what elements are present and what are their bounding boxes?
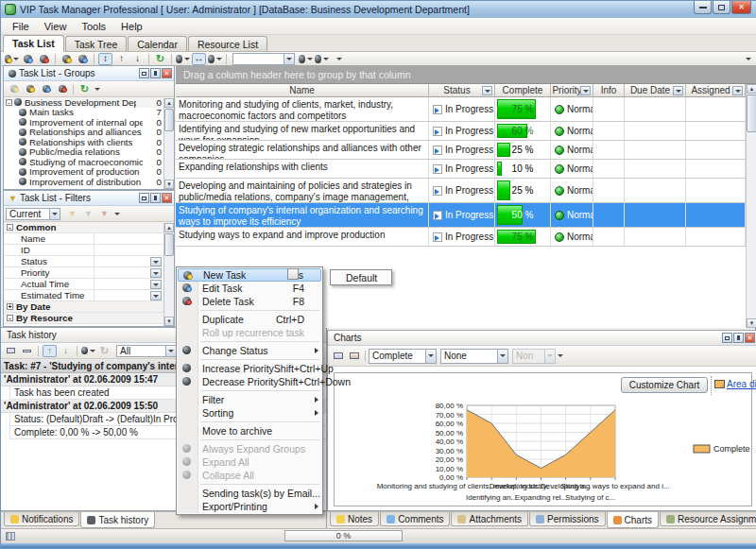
task-row[interactable]: Identifying and studying of new market o… [176,122,746,141]
new-task-button[interactable] [23,83,37,95]
task-row[interactable]: Studying of company's internal organizat… [176,203,746,228]
chevron-down-icon[interactable] [497,350,507,363]
restore-icon[interactable] [139,68,149,78]
filters-scrollbar[interactable]: ▲ ▼ [163,223,174,326]
filter-row-estimated-time[interactable]: Estimated Time [4,290,174,301]
column-filter-icon[interactable] [732,86,743,95]
expand-entries-button[interactable] [4,345,18,357]
column-header-complete[interactable]: Complete [495,84,551,97]
chart-group-combo[interactable]: None [440,349,508,364]
filter-row-by-date[interactable]: +By Date [4,301,174,313]
scroll-up-icon[interactable]: ▲ [747,84,756,94]
bottom-tab-comments[interactable]: Comments [380,512,450,526]
tree-item[interactable]: Public/media relations0 [4,147,174,158]
chevron-down-icon[interactable] [49,209,60,219]
toolbar-overflow-icon[interactable] [94,88,100,91]
fit-columns-button[interactable]: ↔ [192,53,206,65]
toolbar-combo[interactable] [232,53,295,65]
submenu-item-default[interactable]: Default [346,272,377,283]
menu-item-duplicate[interactable]: DuplicateCtrl+D [178,313,321,326]
history-refresh-button[interactable]: ↻ [97,345,112,357]
filter-row-actual-time[interactable]: Actual Time [4,279,174,290]
alarm-button[interactable] [315,53,329,65]
sort-descending-button[interactable]: ↓ [59,345,73,357]
menubar-item-file[interactable]: File [5,19,37,34]
filter-row-by-resource[interactable]: -By Resource [4,313,174,324]
menu-item-move-to-archive[interactable]: Move to archive [178,424,321,437]
bottom-tab-notes[interactable]: Notes [330,512,379,526]
pin-icon[interactable] [150,68,161,78]
groups-scrollbar[interactable]: ▲ ▼ [163,98,174,189]
filter-row-status[interactable]: Status [4,256,174,267]
collapse-entries-button[interactable] [20,345,34,357]
edit-task-button[interactable] [39,83,53,95]
toolbar-overflow-icon[interactable] [114,213,120,215]
task-row[interactable]: Developing strategic relationships and a… [176,141,746,160]
menu-item-export-printing[interactable]: Export/Printing [178,500,321,513]
new-subtask-button[interactable] [60,53,74,65]
task-row[interactable]: Studying ways to expand and improve prod… [176,228,746,247]
menu-item-increase-priority[interactable]: Increase PriorityShift+Ctrl+Up [178,362,321,375]
menubar-item-tools[interactable]: Tools [74,19,113,34]
edit-task-button[interactable] [21,53,35,65]
bottom-tab-resource-assignment[interactable]: Resource Assignment [660,512,756,526]
chevron-down-icon[interactable] [165,346,176,356]
clear-filter-button[interactable]: ▼ [97,208,112,220]
close-icon[interactable]: ✕ [162,68,172,78]
sort-priority-button[interactable]: ↕ [98,53,112,65]
menu-item-change-status[interactable]: Change Status [178,344,321,357]
customize-chart-button[interactable]: Customize Chart [621,377,708,393]
column-filter-icon[interactable] [673,86,683,95]
group-expander-icon[interactable]: - [7,315,13,321]
chevron-down-icon[interactable] [150,280,162,289]
maximize-button[interactable] [713,1,730,14]
menu-item-sorting[interactable]: Sorting [178,406,321,420]
chevron-down-icon[interactable] [425,350,436,363]
decrease-priority-button[interactable]: ↓ [130,53,145,65]
tree-item[interactable]: Improvement of production0 [4,167,174,178]
filter-row-name[interactable]: Name [4,233,174,245]
bottom-tab-attachments[interactable]: Attachments [451,512,528,526]
edit-subtask-button[interactable] [76,53,90,65]
new-task-template-button[interactable] [287,268,299,280]
filter-preset-combo[interactable]: Current [6,208,60,220]
group-expander-icon[interactable]: + [7,303,13,310]
menu-item-filter[interactable]: Filter [178,393,321,406]
menu-item-sending-task-s-by-email-[interactable]: Sending task(s) by Email... [178,487,321,500]
more-button[interactable] [331,53,345,65]
layout-button[interactable] [208,53,222,65]
area-diagram-link[interactable]: Area diagram [714,379,756,389]
column-filter-icon[interactable] [580,86,591,95]
chevron-down-icon[interactable] [150,268,162,278]
close-icon[interactable]: ✕ [162,193,172,203]
delete-task-button[interactable] [37,53,51,65]
tab-task-list[interactable]: Task List [3,35,64,52]
print-chart-button[interactable] [331,350,345,362]
refresh-button[interactable]: ↻ [153,53,167,65]
apply-filter-button[interactable]: ▼ [65,208,79,220]
history-filter-button[interactable] [81,345,95,357]
close-icon[interactable]: ✕ [745,333,755,343]
chart-series-combo[interactable]: Complete [369,349,437,364]
filter-row-common[interactable]: -Common [4,222,174,233]
export-chart-button[interactable] [347,350,361,362]
toolbar-overflow-icon[interactable] [558,354,563,357]
task-row[interactable]: Monitoring and studying of clients, mark… [176,97,746,122]
column-header-due-date[interactable]: Due Date [625,84,686,97]
toolbar-overflow-right-icon[interactable] [746,58,751,60]
sort-ascending-button[interactable]: ↑ [43,345,57,357]
tab-resource-list[interactable]: Resource List [188,36,267,51]
tree-item[interactable]: Studiyng of macroeconomic facto0 [4,157,174,167]
restore-icon[interactable] [139,193,149,203]
minimize-button[interactable] [694,1,712,14]
filter-row-id[interactable]: ID [4,245,174,256]
bottom-tab-charts[interactable]: Charts [607,512,659,528]
menubar-item-view[interactable]: View [37,19,75,34]
scroll-down-icon[interactable]: ▼ [164,317,174,326]
task-row[interactable]: Expanding relationships with clientsIn P… [176,160,746,179]
pin-icon[interactable] [150,193,161,203]
close-button[interactable]: ✕ [731,1,751,14]
column-header-status[interactable]: Status [429,84,495,97]
bottom-tab-task-history[interactable]: Task history [80,512,155,528]
tree-item[interactable]: Improvement of distribution0 [4,177,174,187]
